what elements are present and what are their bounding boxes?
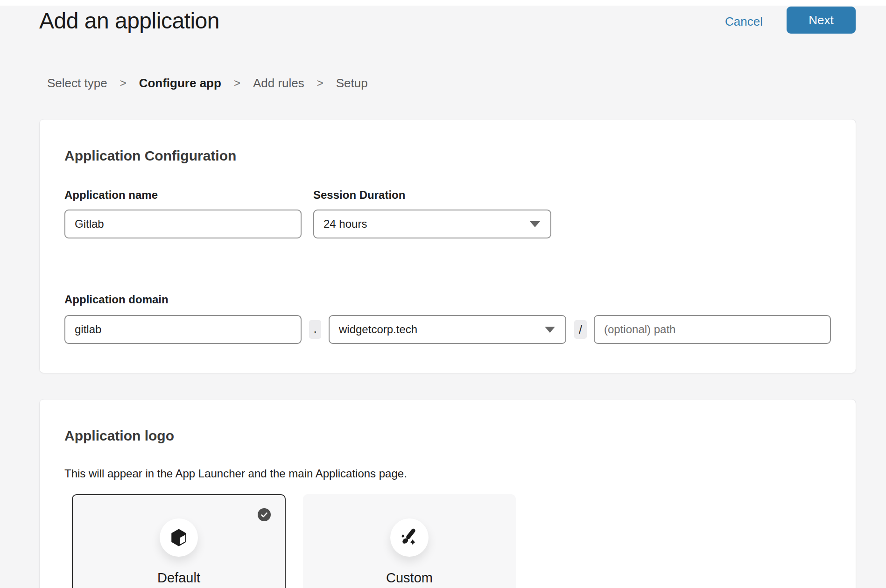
- application-configuration-card: Application Configuration Application na…: [39, 119, 856, 373]
- cube-icon: [169, 528, 189, 547]
- session-duration-field-group: Session Duration 24 hours: [313, 188, 551, 238]
- application-name-field-group: Application name: [64, 188, 302, 238]
- breadcrumb-step-add-rules[interactable]: Add rules: [253, 76, 304, 91]
- application-logo-description: This will appear in the App Launcher and…: [64, 467, 831, 480]
- breadcrumb-step-setup[interactable]: Setup: [336, 76, 368, 91]
- selected-check-icon: [258, 508, 271, 521]
- name-session-row: Application name Session Duration 24 hou…: [64, 188, 831, 238]
- application-configuration-heading: Application Configuration: [64, 147, 831, 165]
- session-duration-label: Session Duration: [313, 188, 551, 202]
- breadcrumb-step-select-type[interactable]: Select type: [47, 76, 107, 91]
- session-duration-select[interactable]: 24 hours: [313, 210, 551, 238]
- chevron-down-icon: [545, 327, 555, 333]
- logo-option-label: Custom: [386, 570, 433, 586]
- domain-select-value: widgetcorp.tech: [339, 323, 545, 336]
- logo-option-default[interactable]: Default: [72, 494, 286, 588]
- application-name-input[interactable]: [64, 210, 302, 238]
- paintbrush-icon: [399, 527, 420, 548]
- slash-separator: /: [574, 320, 587, 339]
- logo-option-custom[interactable]: Custom: [303, 494, 516, 588]
- logo-option-tiles: Default Custom: [72, 494, 831, 588]
- dot-separator: .: [309, 320, 321, 339]
- domain-select[interactable]: widgetcorp.tech: [329, 315, 566, 344]
- breadcrumb-step-configure-app[interactable]: Configure app: [139, 76, 221, 91]
- breadcrumb-separator: >: [120, 76, 127, 91]
- application-domain-row: . widgetcorp.tech /: [64, 315, 831, 344]
- breadcrumb-separator: >: [234, 76, 240, 91]
- default-logo-circle: [160, 518, 198, 557]
- page-title: Add an application: [39, 8, 219, 34]
- subdomain-input[interactable]: [64, 315, 302, 344]
- chevron-down-icon: [530, 221, 540, 227]
- custom-logo-circle: [390, 518, 429, 557]
- breadcrumb-separator: >: [317, 76, 323, 91]
- application-name-label: Application name: [64, 188, 302, 202]
- next-button[interactable]: Next: [787, 7, 856, 34]
- application-logo-heading: Application logo: [64, 427, 831, 445]
- application-logo-card: Application logo This will appear in the…: [39, 399, 856, 588]
- top-strip: [0, 0, 886, 6]
- cancel-button[interactable]: Cancel: [725, 14, 763, 28]
- session-duration-value: 24 hours: [323, 217, 530, 231]
- breadcrumb: Select type > Configure app > Add rules …: [47, 76, 368, 91]
- application-domain-label: Application domain: [64, 293, 831, 307]
- logo-option-label: Default: [157, 570, 200, 586]
- path-input[interactable]: [594, 315, 831, 344]
